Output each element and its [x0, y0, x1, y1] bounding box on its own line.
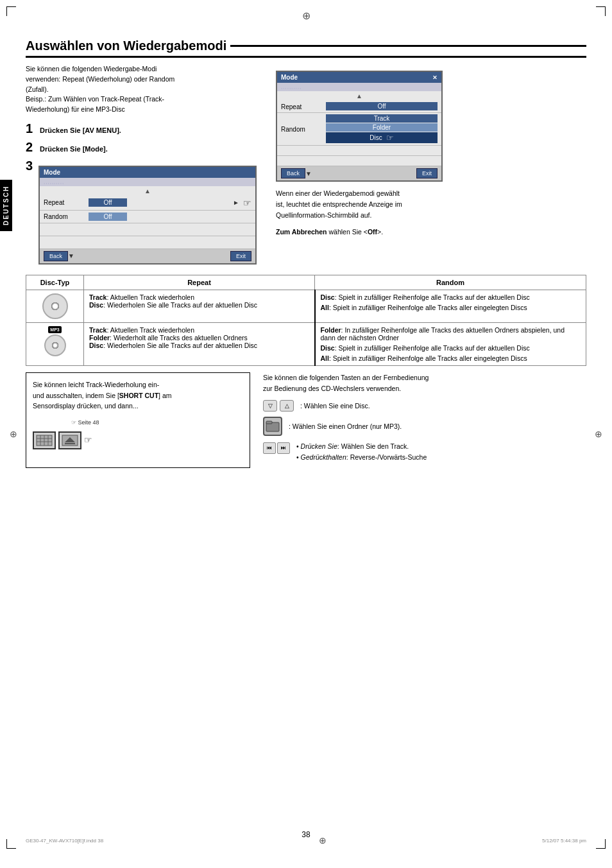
- top-crosshair: ⊕: [302, 10, 310, 22]
- mode-empty-row2: [40, 236, 255, 249]
- left-crosshair: ⊕: [10, 429, 17, 439]
- mode-row-random-left: Random Off: [40, 211, 255, 223]
- right-crosshair: ⊕: [595, 429, 602, 439]
- table-row-mp3: MP3 Track: Aktuellen Track wiederholen F…: [26, 322, 586, 365]
- button-icons: ☞: [33, 431, 92, 449]
- shortcut-btn-2[interactable]: [58, 431, 81, 449]
- svg-rect-10: [266, 421, 272, 424]
- step-2-number: 2: [26, 140, 36, 155]
- zum-abbrechen-text: Zum Abbrechen wählen Sie <Off>.: [276, 227, 586, 238]
- mode-dialog-left-dots: ,,,,,,,,,,: [40, 178, 255, 186]
- folder-icon: [266, 419, 280, 433]
- mp3-random-cell: Folder: In zufälliger Reihenfolge alle T…: [315, 322, 586, 365]
- content-table: Disc-Typ Repeat Random Track: Aktuellen …: [26, 275, 586, 366]
- back-button-right[interactable]: Back: [281, 168, 305, 178]
- mode-dialog-right: Mode ✕ ,,,,,,,,,, ▲ Repeat Off Random Tr…: [276, 71, 443, 182]
- mp3-repeat-cell: Track: Aktuellen Track wiederholen Folde…: [84, 322, 315, 365]
- th-repeat: Repeat: [84, 275, 315, 290]
- mode-dialog-left-title: Mode: [40, 167, 255, 178]
- corner-mark-tl: [6, 6, 16, 16]
- right-col-text: Wenn einer der Wiedergabemodi gewählt is…: [276, 188, 586, 220]
- deutsch-sidebar: DEUTSCH: [0, 180, 12, 231]
- step-1-number: 1: [26, 121, 36, 136]
- cd-random-cell: Disc: Spielt in zufälliger Reihenfolge a…: [315, 290, 586, 322]
- mp3-logo: [44, 334, 66, 356]
- corner-mark-tr: [596, 6, 606, 16]
- step-1-text: Drücken Sie [AV MENU].: [40, 126, 121, 134]
- hand-cursor: ☞: [84, 433, 92, 447]
- mode-row-repeat-left: Repeat Off ► ☞: [40, 196, 255, 211]
- remote-row-folder: : Wählen Sie einen Ordner (nur MP3).: [263, 417, 586, 436]
- mode-empty-r1: [277, 146, 441, 156]
- mode-dialog-right-up: ▲: [277, 91, 441, 101]
- step-1: 1 Drücken Sie [AV MENU].: [26, 121, 263, 136]
- short-cut-box: ☞ Seite 48: [33, 418, 243, 449]
- nav-down-btn[interactable]: ▽: [263, 400, 277, 412]
- mode-dialog-right-dots: ,,,,,,,,,,: [277, 83, 441, 91]
- cd-repeat-cell: Track: Aktuellen Track wiederholen Disc:…: [84, 290, 315, 322]
- th-random: Random: [315, 275, 586, 290]
- left-column: Sie können die folgenden Wiedergabe-Modi…: [26, 64, 263, 265]
- remote-items: ▽ △ : Wählen Sie eine Disc. : Wählen Sie…: [263, 400, 586, 463]
- mode-empty-row: [40, 223, 255, 236]
- page-title: Auswählen von Wiedergabemodi: [26, 39, 586, 58]
- exit-button-right[interactable]: Exit: [416, 168, 438, 178]
- step-2: 2 Drücken Sie [Mode].: [26, 140, 263, 155]
- shortcut-btn-1[interactable]: [33, 431, 56, 449]
- step-2-text: Drücken Sie [Mode].: [40, 145, 108, 153]
- folder-button[interactable]: [263, 417, 282, 436]
- intro-text: Sie können die folgenden Wiedergabe-Modi…: [26, 64, 263, 115]
- mode-empty-r2: [277, 156, 441, 166]
- table-row-cd: Track: Aktuellen Track wiederholen Disc:…: [26, 290, 586, 322]
- mp3-badge: MP3: [48, 326, 61, 333]
- step-3-number: 3: [26, 159, 36, 173]
- svg-rect-8: [65, 443, 75, 444]
- mode-row-random-right: Random Track Folder Disc ☞: [277, 113, 441, 146]
- grid-icon: [35, 434, 53, 447]
- cd-logo: [42, 293, 68, 319]
- bottom-section: Sie können leicht Track-Wiederholung ein…: [26, 372, 586, 468]
- cd-inner: [52, 303, 58, 309]
- mp3-disc-cell: MP3: [26, 322, 84, 365]
- track-prev-btn[interactable]: ⏮: [263, 442, 276, 454]
- th-disc-typ: Disc-Typ: [26, 275, 84, 290]
- mode-dialog-right-title: Mode ✕: [277, 72, 441, 83]
- main-content: Sie können die folgenden Wiedergabe-Modi…: [26, 64, 586, 265]
- mode-dialog-left: Mode ,,,,,,,,,, ▲ Repeat Off ► ☞ Random …: [38, 166, 257, 265]
- right-column: Mode ✕ ,,,,,,,,,, ▲ Repeat Off Random Tr…: [276, 64, 586, 265]
- eject-icon: [61, 434, 79, 447]
- mode-row-repeat-right: Repeat Off: [277, 101, 441, 113]
- nav-up-btn[interactable]: △: [280, 400, 294, 412]
- bottom-right-text: Sie können die folgenden Tasten an der F…: [263, 372, 586, 468]
- remote-row-track: ⏮ ⏭ • Drücken Sie: Wählen Sie den Track.…: [263, 441, 586, 463]
- seite-ref: ☞ Seite 48: [71, 418, 99, 427]
- page-number: 38: [0, 830, 612, 839]
- remote-row-disc: ▽ △ : Wählen Sie eine Disc.: [263, 400, 586, 412]
- mode-dialog-right-footer: Back ▼ Exit: [277, 166, 441, 180]
- back-button-left[interactable]: Back: [44, 251, 68, 261]
- mode-dialog-left-footer: Back ▼ Exit: [40, 249, 255, 263]
- bottom-left-box: Sie können leicht Track-Wiederholung ein…: [26, 372, 250, 468]
- exit-button-left[interactable]: Exit: [230, 251, 251, 261]
- mode-dialog-left-up: ▲: [40, 186, 255, 196]
- track-next-btn[interactable]: ⏭: [277, 442, 290, 454]
- cd-disc-cell: [26, 290, 84, 322]
